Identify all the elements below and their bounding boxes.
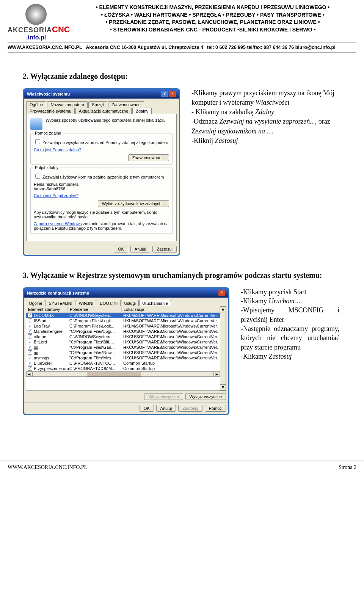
remote-icon xyxy=(30,118,42,130)
contact-address: Akcesoria CNC 16-300 Augustów ul. Chrept… xyxy=(86,45,203,50)
instr-emphasis: Właściwości xyxy=(255,99,289,106)
tab-nazwa[interactable]: Nazwa komputera xyxy=(47,101,88,108)
row-command: C:\WINDOWS\system... xyxy=(69,313,123,318)
table-row[interactable]: ✓LogiTrayC:\Program Files\Logit...HKLM\S… xyxy=(26,323,220,329)
row-checkbox[interactable]: ✓ xyxy=(28,340,32,344)
col-command[interactable]: Polecenie xyxy=(68,306,122,312)
row-checkbox[interactable]: ✓ xyxy=(28,350,32,355)
tab-win-ini[interactable]: WIN.INI xyxy=(76,300,97,306)
table-row[interactable]: ✓LVCOMSXC:\WINDOWS\system...HKLM\SOFTWAR… xyxy=(26,313,220,318)
scroll-down-icon[interactable]: ▼ xyxy=(220,384,226,390)
tab-system-ini[interactable]: SYSTEM.INI xyxy=(46,300,75,306)
close-button[interactable]: × xyxy=(218,290,225,296)
tab-boot-ini[interactable]: BOOT.INI xyxy=(97,300,121,306)
row-checkbox[interactable]: ✓ xyxy=(28,345,32,350)
tab-ogolne[interactable]: Ogólne xyxy=(26,300,45,306)
header-contact: WWW.AKCESORIA.CNC.INFO.PL Akcesoria CNC … xyxy=(8,43,356,53)
tab-aktualizacje[interactable]: Aktualizacje automatyczne xyxy=(75,108,132,114)
vertical-scrollbar[interactable]: ▲ ▼ xyxy=(220,306,226,390)
row-checkbox[interactable]: ✓ xyxy=(28,361,32,365)
tab-zaawansowane[interactable]: Zaawansowane xyxy=(108,101,144,108)
disable-all-button[interactable]: Wyłącz wszystkie xyxy=(185,393,226,400)
chk-allow-remote-connect[interactable] xyxy=(35,174,40,179)
table-row[interactable]: ✓BlueSoleilC:\PROGRA~1\IVTCO...Common St… xyxy=(26,361,220,366)
tab-przywracanie[interactable]: Przywracanie systemu xyxy=(26,108,75,114)
row-checkbox[interactable]: ✓ xyxy=(28,366,32,371)
table-row[interactable]: ✓gg"C:\Program Files\Gad...HKCU\SOFTWARE… xyxy=(26,345,220,350)
row-checkbox[interactable]: ✓ xyxy=(28,356,32,360)
dialog-intro-text: Wybierz sposoby użytkowania tego kompute… xyxy=(46,118,165,122)
select-remote-users-button[interactable]: Wybierz użytkowników zdalnych... xyxy=(98,200,169,207)
table-row[interactable]: ✓ctfmonC:\WINDOWS\system...HKCU\SOFTWARE… xyxy=(26,334,220,339)
enable-all-button[interactable]: Włącz wszystkie xyxy=(144,393,183,400)
scroll-right-icon[interactable]: ► xyxy=(214,372,220,377)
scroll-up-icon[interactable]: ▲ xyxy=(220,306,226,312)
table-row[interactable]: ✓ISStartC:\Program Files\Logit...HKLM\SO… xyxy=(26,318,220,323)
logo-info: .info.pl xyxy=(8,34,64,41)
computer-fullname-label: Pełna nazwa komputera: xyxy=(34,182,169,187)
table-row[interactable]: ✓gg"C:\Program Files\Now...HKCU\SOFTWARE… xyxy=(26,350,220,355)
note-password-required: Aby użytkownicy mogli łączyć się zdalnie… xyxy=(34,210,169,219)
close-button[interactable]: × xyxy=(169,91,176,97)
col-location[interactable]: Lokalizacja xyxy=(122,306,220,312)
tab-zdalny[interactable]: Zdalny xyxy=(132,108,152,114)
row-checkbox[interactable]: ✓ xyxy=(28,334,32,339)
scroll-left-icon[interactable]: ◄ xyxy=(26,372,32,377)
ok-button[interactable]: OK xyxy=(140,405,154,412)
table-row[interactable]: ✓BitLord"C:\Program Files\BitL...HKCU\SO… xyxy=(26,339,220,345)
cancel-button[interactable]: Anuluj xyxy=(130,246,151,252)
dialog-titlebar[interactable]: Właściwości systemu ? × xyxy=(24,89,179,99)
tab-uruchamianie[interactable]: Uruchamianie xyxy=(139,300,171,306)
row-command: C:\WINDOWS\system... xyxy=(69,334,123,339)
row-command: C:\PROGRA~1\COMM... xyxy=(69,366,123,371)
ok-button[interactable]: OK xyxy=(114,246,128,252)
instr-text: -Następnie odznaczamy programy, których … xyxy=(241,324,339,352)
tab-sprzet[interactable]: Sprzęt xyxy=(88,101,107,108)
row-checkbox[interactable]: ✓ xyxy=(28,324,32,328)
row-checkbox[interactable]: ✓ xyxy=(28,329,32,334)
help-button[interactable]: ? xyxy=(161,91,168,97)
link-what-is-remote-desktop[interactable]: Co to jest Pulpit zdalny? xyxy=(34,193,78,198)
logo-akcesoria: AKCESORIA xyxy=(8,26,52,34)
link-what-is-remote-assistance[interactable]: Co to jest Pomoc zdalna? xyxy=(34,147,81,152)
row-command: "C:\Program Files\Now... xyxy=(69,350,123,355)
instr-text: -Kliknij xyxy=(191,137,215,144)
table-row[interactable]: ✓msmsgs"C:\Program Files\Mes...HKCU\SOFT… xyxy=(26,355,220,361)
row-name: gg xyxy=(34,345,38,350)
apply-button[interactable]: Zastosuj xyxy=(152,246,177,252)
slogan-line: • STEROWNIKI OBRABIAREK CNC - PRODUCENT … xyxy=(69,26,356,34)
link-windows-firewall[interactable]: Zapora systemu Windows xyxy=(34,221,82,226)
advanced-button[interactable]: Zaawansowane... xyxy=(128,154,169,161)
msconfig-dialog: Narzędzie konfiguracji systemu × Ogólne … xyxy=(23,287,229,415)
row-location: Common Startup xyxy=(123,366,218,371)
help-button[interactable]: Pomoc xyxy=(205,405,226,412)
tab-ogolne[interactable]: Ogólne xyxy=(26,101,46,108)
chk-allow-invitations[interactable] xyxy=(35,139,40,144)
startup-table-rows: ✓LVCOMSXC:\WINDOWS\system...HKLM\SOFTWAR… xyxy=(26,313,220,371)
row-name: msmsgs xyxy=(34,356,49,360)
col-element[interactable]: Element startowy xyxy=(26,306,68,312)
tab-uslugi[interactable]: Usługi xyxy=(121,300,139,306)
table-row[interactable]: ✓Przyspieszenie uru...C:\PROGRA~1\COMM..… xyxy=(26,366,220,371)
scroll-thumb[interactable] xyxy=(87,372,141,376)
section-2-instructions: -Klikamy prawym przyciskiem myszy na iko… xyxy=(191,88,341,146)
section-3-instructions: -Klikamy przycisk Start -Klikamy Uruchom… xyxy=(241,287,339,361)
row-location: HKLM\SOFTWARE\Microsoft\Windows\CurrentV… xyxy=(123,324,218,328)
chk-allow-invitations-label: Zezwalaj na wysyłanie zaproszeń Pomocy z… xyxy=(42,140,168,145)
site-logo: AKCESORIACNC .info.pl xyxy=(8,4,64,41)
msconfig-titlebar[interactable]: Narzędzie konfiguracji systemu × xyxy=(24,288,228,298)
contact-url: WWW.AKCESORIA.CNC.INFO.PL xyxy=(8,45,82,50)
row-checkbox[interactable]: ✓ xyxy=(28,313,32,318)
row-command: C:\PROGRA~1\IVTCO... xyxy=(69,361,123,365)
header-slogan: • ELEMENTY KONSTRUKCJI MASZYN, PRZENIESI… xyxy=(69,4,356,33)
row-command: "C:\Program Files\Logi... xyxy=(69,329,123,334)
row-name: ISStart xyxy=(34,318,47,323)
chk-allow-remote-connect-label: Zezwalaj użytkownikom na zdalne łączenie… xyxy=(42,175,164,179)
instr-text: -Klikamy xyxy=(241,297,269,305)
row-location: Common Startup xyxy=(123,361,218,365)
table-row[interactable]: ✓ManifestEngine"C:\Program Files\Logi...… xyxy=(26,329,220,334)
cancel-button[interactable]: Anuluj xyxy=(156,405,176,412)
apply-button[interactable]: Zastosuj xyxy=(178,405,202,412)
row-checkbox[interactable]: ✓ xyxy=(28,318,32,323)
instr-text: -Klikamy xyxy=(241,353,269,360)
